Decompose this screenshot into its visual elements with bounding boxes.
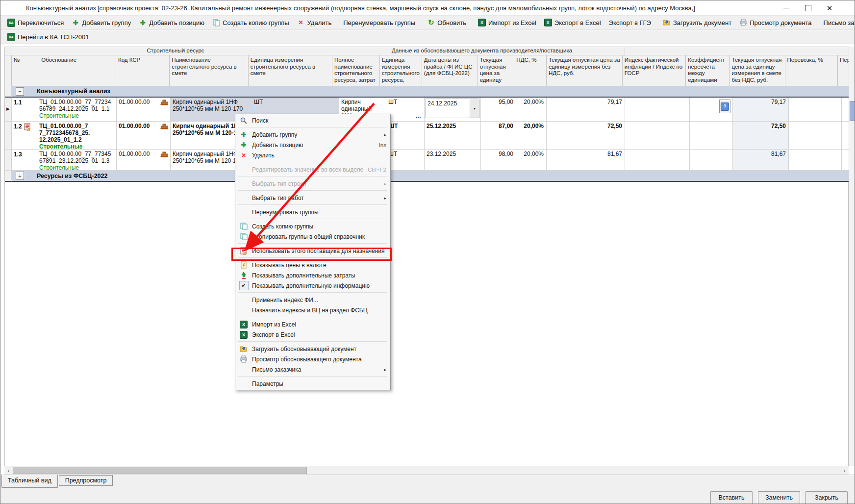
price-cell[interactable]: 95,00: [481, 98, 516, 122]
replace-button[interactable]: Заменить: [758, 491, 800, 504]
row-number-cell[interactable]: 1.3: [12, 150, 37, 171]
ksr-code-cell[interactable]: 01.00.00.00: [117, 122, 171, 150]
supplier-unit-cell[interactable]: ШТ: [386, 150, 425, 171]
ellipsis-button[interactable]: …: [415, 112, 422, 119]
transport-cell[interactable]: [789, 98, 842, 122]
price-no-vat-cell[interactable]: 72,50: [547, 122, 625, 150]
menu-item-select-work-type[interactable]: Выбрать тип работ▸: [235, 193, 390, 203]
col-header-supplier-unit[interactable]: Единица измерения строительного ресурса,: [380, 55, 422, 89]
menu-item-assign-indexes[interactable]: Назначить индексы и ВЦ на раздел ФСБЦ: [235, 305, 390, 315]
menu-item-view-supporting-document[interactable]: Просмотр обосновывающего документа: [235, 354, 390, 364]
price-no-vat-cell[interactable]: 81,67: [547, 150, 625, 171]
group-row-conjuncture-analysis[interactable]: − Конъюнктурный анализ: [5, 86, 849, 98]
menu-item-export-excel[interactable]: XЭкспорт в Excel: [235, 329, 390, 340]
close-button[interactable]: Закрыть: [805, 491, 848, 504]
col-header-ksr-code[interactable]: Код КСР: [116, 55, 170, 89]
basis-cell[interactable]: ТЦ_01.00.00.00_77_77345 67891_23.12.2025…: [37, 150, 117, 171]
coef-help-button[interactable]: ?: [719, 100, 730, 113]
conversion-coef-cell[interactable]: [690, 150, 733, 171]
menu-item-delete[interactable]: ✕Удалить: [235, 150, 390, 160]
load-document-button[interactable]: Загрузить документ: [659, 17, 735, 28]
price-date-cell[interactable]: 25.12.2025: [425, 122, 481, 150]
table-row[interactable]: ▶ 1.1 ТЦ_01.00.00.00_77_77234 56789_24.1…: [5, 98, 849, 122]
table-row[interactable]: 1.3 ТЦ_01.00.00.00_77_77345 67891_23.12.…: [5, 150, 849, 171]
menu-item-add-group[interactable]: ✚Добавить группу▸: [235, 129, 390, 140]
export-gge-button[interactable]: Экспорт в ГГЭ: [605, 17, 655, 28]
refresh-button[interactable]: ↻Обновить: [423, 17, 470, 28]
price-no-vat-cell[interactable]: 79,17: [547, 98, 625, 122]
close-icon[interactable]: ✕: [825, 4, 834, 13]
horizontal-scrollbar[interactable]: ‹ ›: [4, 466, 849, 475]
expand-icon[interactable]: +: [16, 172, 24, 180]
col-header-estimate-price-no-vat[interactable]: Текущая отпускная цена за единицу измере…: [730, 55, 785, 89]
inflation-index-cell[interactable]: [625, 98, 690, 122]
transport-cell[interactable]: [789, 122, 842, 150]
basis-cell[interactable]: ТЦ_01.00.00.00_7 7_7712345678_25. 12.202…: [37, 122, 117, 150]
col-header-unit[interactable]: Единица измерения строительного ресурса …: [249, 55, 332, 89]
menu-item-show-extra-info[interactable]: ✔Показывать дополнительную информацию: [235, 280, 390, 291]
price-cell[interactable]: 98,00: [481, 150, 516, 171]
menu-item-customer-letter[interactable]: Письмо заказчика▸: [235, 364, 390, 375]
supplier-unit-cell[interactable]: ШТ…: [386, 98, 425, 122]
menu-item-load-supporting-document[interactable]: Загрузить обосновывающий документ: [235, 344, 390, 354]
date-editor[interactable]: 24.12.2025 ▼: [426, 99, 479, 118]
vertical-scrollbar-thumb[interactable]: [850, 101, 855, 121]
estimate-price-no-vat-cell[interactable]: 72,50: [733, 122, 789, 150]
inflation-index-cell[interactable]: [625, 122, 690, 150]
goto-ka-tsn-button[interactable]: КАПерейти в КА ТСН-2001: [3, 31, 93, 43]
scroll-right-icon[interactable]: ›: [840, 466, 849, 475]
price-date-cell[interactable]: 24.12.2025 ▼: [425, 98, 481, 122]
menu-item-renumber-groups[interactable]: Перенумеровать группы: [235, 207, 390, 217]
vat-cell[interactable]: 20,00%: [516, 122, 547, 150]
collapse-icon[interactable]: −: [16, 87, 24, 96]
copy-group-button[interactable]: Создать копию группы: [208, 17, 293, 28]
col-header-full-name[interactable]: Полное наименование строительного ресурс…: [332, 55, 380, 89]
menu-item-import-excel[interactable]: XИмпорт из Excel: [235, 319, 390, 329]
row-number-cell[interactable]: 1.2: [12, 122, 37, 150]
menu-item-use-supplier-for-estimate[interactable]: Использовать этого поставщика для назнач…: [235, 246, 390, 256]
group-row-fsbc-resources[interactable]: + Ресурсы из ФСБЦ-2022: [5, 171, 849, 182]
col-header-conversion-coef[interactable]: Коэффициент пересчета между единицами: [686, 55, 729, 89]
add-position-button[interactable]: ✚Добавить позицию: [135, 17, 208, 28]
transport-cell[interactable]: [789, 150, 842, 171]
col-header-name[interactable]: Наименование строительного ресурса в сме…: [170, 55, 248, 89]
row-number-cell[interactable]: 1.1: [12, 98, 37, 122]
renumber-groups-button[interactable]: Перенумеровать группы: [339, 17, 419, 28]
col-header-number[interactable]: №: [12, 55, 39, 89]
horizontal-scrollbar-thumb[interactable]: [13, 467, 307, 474]
insert-button[interactable]: Вставить: [710, 491, 753, 504]
menu-item-apply-fi-index[interactable]: Применить индекс ФИ...: [235, 295, 390, 305]
dropdown-button[interactable]: ▼: [470, 99, 479, 118]
inflation-index-cell[interactable]: [625, 150, 690, 171]
col-header-vat[interactable]: НДС, %: [514, 55, 547, 89]
table-row[interactable]: 1.2 ТЦ_01.00.00.00_7 7_7712345678_25. 12…: [5, 122, 849, 150]
col-header-price[interactable]: Текущая отпускная цена за единицу: [478, 55, 515, 89]
scroll-left-icon[interactable]: ‹: [4, 466, 13, 475]
col-header-clipped[interactable]: Пере: [838, 55, 849, 89]
tab-preview[interactable]: Предпросмотр: [59, 475, 113, 486]
date-value[interactable]: 24.12.2025: [426, 99, 470, 118]
import-excel-button[interactable]: XИмпорт из Excel: [474, 17, 540, 28]
supplier-unit-cell[interactable]: ШТ: [386, 122, 425, 150]
estimate-price-no-vat-cell[interactable]: 81,67: [733, 150, 789, 171]
ksr-code-cell[interactable]: 01.00.00.00: [117, 98, 171, 122]
price-date-cell[interactable]: 23.12.2025: [425, 150, 481, 171]
menu-item-show-currency-prices[interactable]: Показывать цены в валюте: [235, 260, 390, 270]
ksr-code-cell[interactable]: 01.00.00.00: [117, 150, 171, 171]
tab-table-view[interactable]: Табличный вид: [1, 475, 58, 488]
minimize-icon[interactable]: [782, 4, 791, 13]
vertical-scrollbar[interactable]: [849, 47, 855, 466]
menu-item-search[interactable]: Поиск: [235, 115, 390, 126]
menu-item-parameters[interactable]: Параметры: [235, 378, 390, 389]
vat-cell[interactable]: 20,00%: [516, 150, 547, 171]
menu-item-copy-group[interactable]: Создать копию группы: [235, 221, 390, 231]
col-header-inflation-index[interactable]: Индекс фактической инфляции / Индекс по …: [623, 55, 686, 89]
basis-cell[interactable]: ТЦ_01.00.00.00_77_77234 56789_24.12.2025…: [37, 98, 117, 122]
export-excel-button[interactable]: XЭкспорт в Excel: [540, 17, 605, 28]
col-header-basis[interactable]: Обоснование: [39, 55, 116, 89]
col-header-transport[interactable]: Перевозка, %: [785, 55, 838, 89]
estimate-price-no-vat-cell[interactable]: 79,17: [733, 98, 789, 122]
price-cell[interactable]: 87,00: [481, 122, 516, 150]
add-group-button[interactable]: ✚Добавить группу: [68, 17, 135, 28]
menu-item-copy-groups-to-directory[interactable]: Скопировать группы в общий справочник: [235, 231, 390, 242]
